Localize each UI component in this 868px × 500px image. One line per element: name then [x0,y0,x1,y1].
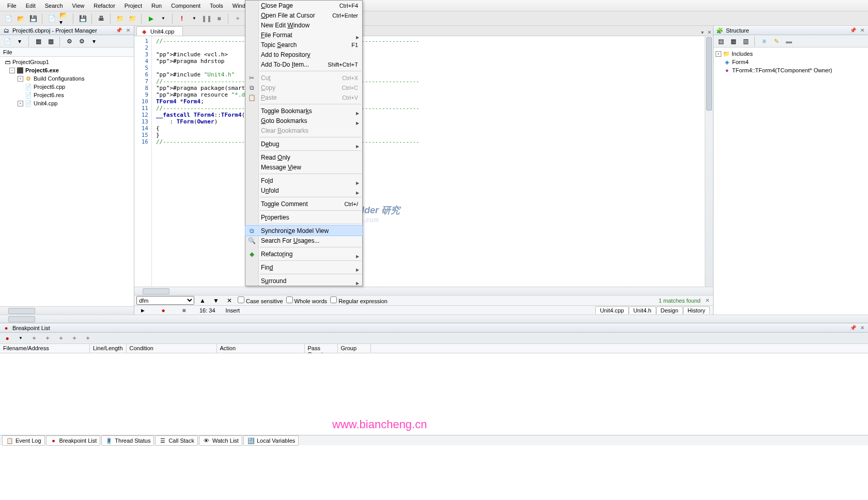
struct-tb-2[interactable]: ▦ [728,36,738,46]
pm-tb-3[interactable]: ▦ [33,36,43,46]
folder-button[interactable]: 📁 [115,13,125,24]
mi-add-repo[interactable]: Add to Repository [245,50,362,59]
new-button[interactable]: 📄 [3,13,13,24]
pin-icon[interactable]: 📌 [849,325,857,331]
expand-icon[interactable]: + [716,51,721,57]
mi-properties[interactable]: Properties [245,212,362,222]
menu-project[interactable]: Project [120,2,146,10]
bp-col-group[interactable]: Group [338,344,371,353]
mi-surround[interactable]: Surround [245,276,362,286]
mi-search-usages[interactable]: 🔍Search For Usages... [245,236,362,245]
step-button[interactable]: ! [177,13,187,24]
menu-file[interactable]: File [3,2,21,10]
struct-tb-1[interactable]: ▤ [716,36,726,46]
subtab-cpp[interactable]: Unit4.cpp [595,306,628,314]
menu-run[interactable]: Run [147,2,166,10]
editor-hscroll[interactable] [134,287,713,295]
pm-tb-5[interactable]: ⚙ [64,36,74,46]
bp-enable-button[interactable]: ✦ [42,333,53,343]
mi-unfold[interactable]: Unfold [245,185,362,195]
subtab-history[interactable]: History [683,306,710,314]
mi-close-page[interactable]: Close PageCtrl+F4 [245,1,362,10]
tab-breakpoints[interactable]: ●Breakpoint List [46,435,101,446]
mi-open-at-cursor[interactable]: Open File at CursorCtrl+Enter [245,10,362,20]
close-icon[interactable]: ✕ [859,325,866,331]
expand-icon[interactable]: + [18,76,23,82]
print-button[interactable]: 🖶 [96,13,106,24]
step-dropdown[interactable]: ▼ [189,13,199,24]
subtab-design[interactable]: Design [656,306,683,314]
pm-tb-6[interactable]: ⚙ [76,36,87,46]
editor-tab[interactable]: ◆ Unit4.cpp [136,26,183,36]
menu-view[interactable]: View [68,2,89,10]
bp-add-button[interactable]: ● [2,333,12,343]
bp-col-line[interactable]: Line/Length [90,344,127,353]
tab-localvars[interactable]: 🔣Local Variables [243,435,299,446]
mi-add-todo[interactable]: Add To-Do Item...Shift+Ctrl+T [245,59,362,69]
struct-tb-5[interactable]: ✎ [771,36,782,46]
code-area[interactable]: //--------------------------------------… [152,36,705,287]
mi-toggle-comment[interactable]: Toggle CommentCtrl+/ [245,199,362,209]
folder2-button[interactable]: 📁 [127,13,137,24]
pm-tb-2[interactable]: ▾ [14,36,25,46]
bp-list-body[interactable] [0,353,868,435]
ed-panel-close[interactable]: ✕ [706,29,713,36]
remove-button[interactable]: 📂▾ [59,13,69,24]
struct-form[interactable]: Form4 [732,59,749,65]
mi-topic-search[interactable]: Topic SearchF1 [245,40,362,50]
bp-del-button[interactable]: ✦ [29,333,39,343]
bp-col-filename[interactable]: Filename/Address [0,344,90,353]
struct-tb-4[interactable]: ≡ [759,36,769,46]
tree-unit[interactable]: Unit4.cpp [34,100,57,106]
save-button[interactable]: 💾 [28,13,38,24]
editor-vscroll[interactable] [705,36,713,287]
pm-tb-4[interactable]: ▦ [45,36,56,46]
struct-tb-3[interactable]: ▥ [740,36,751,46]
pause-button[interactable]: ❚❚ [202,13,212,24]
tree-build[interactable]: Build Configurations [34,75,84,82]
open-button[interactable]: 📂 [16,13,26,24]
stop-button[interactable]: ■ [214,13,224,24]
mi-find[interactable]: Find [245,262,362,272]
tab-eventlog[interactable]: 📋Event Log [2,435,45,446]
struct-ctor[interactable]: TForm4::TForm4(TComponent* Owner) [732,67,832,73]
bp-col-action[interactable]: Action [217,344,305,353]
search-case[interactable]: Case sensitive [238,296,283,304]
mi-refactoring[interactable]: ◆Refactoring [245,249,362,259]
close-icon[interactable]: ✕ [125,27,132,34]
search-regex[interactable]: Regular expression [330,296,388,304]
pin-icon[interactable]: 📌 [115,27,122,34]
menu-tools[interactable]: Tools [206,2,227,10]
structure-tree[interactable]: +📁Includes ◈Form4 ●TForm4::TForm4(TCompo… [714,48,868,315]
bp-col-pass[interactable]: Pass Count [305,344,338,353]
ed-panel-dropdown[interactable]: ▾ [699,29,706,36]
tree-res[interactable]: Project6.res [34,92,64,98]
save-all-button[interactable]: 💾 [78,13,88,24]
tab-callstack[interactable]: ☰Call Stack [155,435,198,446]
bp-disable-button[interactable]: ✦ [56,333,66,343]
bp-add-dropdown[interactable]: ▼ [16,333,26,343]
search-next-button[interactable]: ▼ [211,295,221,306]
mi-sync-model[interactable]: ⧉Synchronize Model View [245,226,362,236]
menu-search[interactable]: Search [41,2,67,10]
search-whole[interactable]: Whole words [286,296,328,304]
record-icon[interactable]: ● [158,305,168,316]
menu-edit[interactable]: Edit [22,2,40,10]
mi-toggle-bookmarks[interactable]: Toggle Bookmarks [245,106,362,116]
mi-cut[interactable]: ✂CutCtrl+X [245,73,362,83]
menu-component[interactable]: Component [167,2,205,10]
mi-readonly[interactable]: Read Only [245,152,362,162]
mi-copy[interactable]: ⧉CopyCtrl+C [245,83,362,92]
search-prev-button[interactable]: ▲ [197,295,208,306]
tool-a-button[interactable]: ✦ [233,13,243,24]
mi-message-view[interactable]: Message View [245,162,362,172]
run-dropdown-button[interactable]: ▼ [158,13,168,24]
mi-debug[interactable]: Debug [245,139,362,149]
mi-clear-bookmarks[interactable]: Clear Bookmarks [245,126,362,135]
mi-fold[interactable]: Fold [245,176,362,185]
expand-icon[interactable]: − [9,68,15,73]
bp-clear-button[interactable]: ✦ [69,333,80,343]
tab-threadstatus[interactable]: 🧵Thread Status [101,435,154,446]
status-icon2[interactable]: ■ [179,305,189,316]
struct-includes[interactable]: Includes [732,51,753,57]
